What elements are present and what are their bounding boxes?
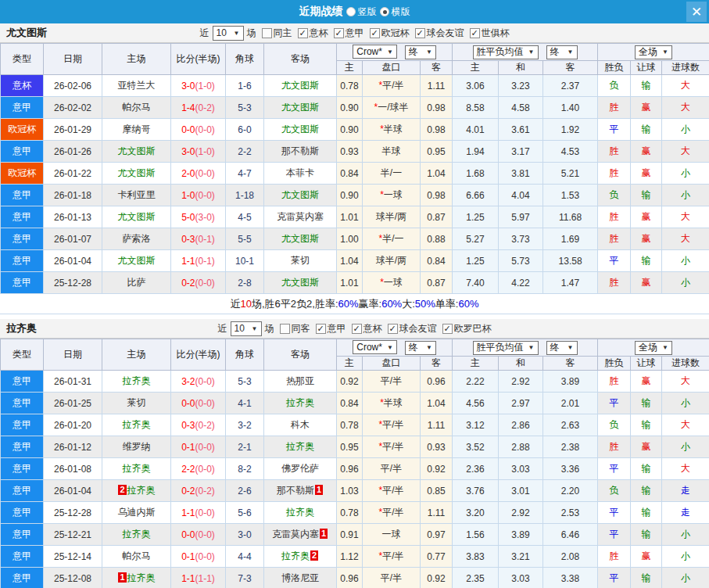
close-button[interactable]: ✕ <box>686 2 707 22</box>
away-team-name: 尤文图斯 <box>281 277 319 288</box>
half-time-score: (0-0) <box>195 124 215 135</box>
home-team-name: 维罗纳 <box>123 441 151 452</box>
result-cell: 胜 <box>598 272 631 294</box>
half-time-score: (0-0) <box>195 376 215 387</box>
col-asian-away: 客 <box>421 357 453 371</box>
euro-draw-cell: 2.92 <box>499 371 543 393</box>
corner-count: 1-6 <box>238 81 251 91</box>
result-value: 胜 <box>610 550 619 561</box>
home-team-cell: 拉齐奥 <box>102 414 171 436</box>
full-time-score: 0-2 <box>181 486 195 497</box>
match-date: 26-02-02 <box>54 102 91 113</box>
match-date-cell: 26-01-07 <box>44 228 102 250</box>
score-cell: 1-1(0-0) <box>171 502 226 524</box>
checkbox-checked-icon[interactable]: ✓ <box>298 28 308 38</box>
period-select[interactable]: 全场 ▼ <box>635 45 672 59</box>
layout-radio-vertical[interactable]: 竖版 <box>346 5 377 19</box>
away-team-name: 拉齐奥 <box>286 441 314 452</box>
checkbox-unchecked-icon[interactable] <box>280 324 290 334</box>
checkbox-unchecked-icon[interactable] <box>262 28 272 38</box>
handicap-cell: 球半/两 <box>363 250 421 272</box>
league-filter[interactable]: ✓球会友谊 <box>410 27 464 40</box>
corner-count: 2-2 <box>238 146 251 157</box>
checkbox-checked-icon[interactable]: ✓ <box>415 28 425 38</box>
euro-away-odds: 3.36 <box>561 464 579 475</box>
match-date-cell: 26-01-08 <box>44 458 102 480</box>
euro-draw-odds: 4.04 <box>511 190 529 201</box>
radio-checked-icon[interactable] <box>380 7 389 16</box>
checkbox-checked-icon[interactable]: ✓ <box>470 28 480 38</box>
euro-time-select[interactable]: 终 ▼ <box>546 341 578 355</box>
asian-odds-group: Crow* ▼ 终 ▼ <box>337 44 453 61</box>
layout-radio-horizontal[interactable]: 横版 <box>380 5 410 19</box>
asian-away-odds: 0.98 <box>427 102 445 113</box>
match-row: 意甲26-02-02帕尔马1-4(0-2)5-3尤文图斯0.90*一/球半0.9… <box>1 97 709 119</box>
checkbox-checked-icon[interactable]: ✓ <box>388 324 398 334</box>
checkbox-checked-icon[interactable]: ✓ <box>370 28 380 38</box>
euro-home-odds: 2.22 <box>466 376 484 387</box>
chevron-down-icon: ▼ <box>568 48 574 56</box>
euro-odds-select[interactable]: 胜平负均值 ▼ <box>473 341 539 355</box>
league-type-label: 意甲 <box>13 550 31 561</box>
asian-home-odds-cell: 0.96 <box>337 458 363 480</box>
league-filter[interactable]: ✓球会友谊 <box>382 322 437 335</box>
league-filter[interactable]: ✓欧冠杯 <box>364 27 410 40</box>
full-time-score: 0-0 <box>181 529 195 540</box>
check-mark: ✓ <box>389 324 396 333</box>
league-filter-label: 欧罗巴杯 <box>454 322 492 335</box>
result-cell: 负 <box>598 480 631 502</box>
check-mark: ✓ <box>335 29 342 38</box>
checkbox-checked-icon[interactable]: ✓ <box>334 28 344 38</box>
away-team-cell: 佛罗伦萨 <box>264 458 337 480</box>
euro-draw-cell: 3.03 <box>499 568 543 588</box>
euro-draw-odds: 2.97 <box>511 398 529 409</box>
euro-odds-select[interactable]: 胜平负均值 ▼ <box>473 45 539 59</box>
checkbox-checked-icon[interactable]: ✓ <box>316 324 326 334</box>
home-team-cell: 帕尔马 <box>102 546 171 568</box>
odds-time-select[interactable]: 终 ▼ <box>405 341 436 355</box>
asian-home-odds: 1.00 <box>340 234 358 245</box>
full-time-score: 0-0 <box>181 124 195 135</box>
league-filter[interactable]: ✓欧罗巴杯 <box>437 322 492 335</box>
league-filter[interactable]: ✓意杯 <box>292 27 328 40</box>
match-count-select[interactable]: 10 ▼ <box>231 321 262 336</box>
bookmaker-select[interactable]: Crow* ▼ <box>353 45 397 59</box>
handicap-result-cell: 输 <box>631 414 662 436</box>
corner-count: 1-18 <box>235 190 254 201</box>
full-time-score: 1-1 <box>181 256 195 267</box>
league-filter[interactable]: ✓意甲 <box>328 27 364 40</box>
euro-draw-odds: 2.92 <box>511 376 529 387</box>
euro-away-odds: 3.89 <box>561 376 579 387</box>
goals-result-value: 小 <box>681 441 690 452</box>
bookmaker-select[interactable]: Crow* ▼ <box>353 340 397 354</box>
euro-time-select[interactable]: 终 ▼ <box>546 45 578 59</box>
match-date-cell: 26-01-25 <box>44 393 102 414</box>
home-team-cell: 尤文图斯 <box>102 141 171 163</box>
match-count-select[interactable]: 10 ▼ <box>213 26 244 41</box>
checkbox-checked-icon[interactable]: ✓ <box>442 324 453 334</box>
col-type: 类型 <box>1 339 44 371</box>
corner-count: 5-5 <box>238 234 251 245</box>
euro-home-odds: 3.76 <box>466 486 484 497</box>
euro-draw-odds: 4.58 <box>511 102 529 113</box>
odds-time-select[interactable]: 终 ▼ <box>405 45 436 59</box>
euro-draw-odds: 2.86 <box>511 420 529 431</box>
handicap-result-value: 输 <box>642 80 651 91</box>
corner-cell: 2-1 <box>226 436 264 458</box>
league-filter[interactable]: ✓世俱杯 <box>464 27 510 40</box>
corner-cell: 5-3 <box>226 371 264 393</box>
result-value: 胜 <box>610 277 619 288</box>
period-select[interactable]: 全场 ▼ <box>635 341 672 355</box>
match-date: 26-01-29 <box>54 124 91 135</box>
euro-away-odds: 1.92 <box>561 124 579 135</box>
chevron-down-icon: ▼ <box>662 48 668 56</box>
home-team-cell: 帕尔马 <box>102 97 171 119</box>
same-venue-filter[interactable]: 同主 <box>256 27 292 40</box>
league-filter[interactable]: ✓意杯 <box>346 322 382 335</box>
col-handicap-result: 让球 <box>631 357 662 371</box>
same-venue-filter[interactable]: 同客 <box>274 322 310 335</box>
radio-unchecked-icon[interactable] <box>346 7 356 16</box>
euro-away-cell: 2.53 <box>543 502 598 524</box>
league-filter[interactable]: ✓意甲 <box>310 322 346 335</box>
checkbox-checked-icon[interactable]: ✓ <box>352 324 362 334</box>
